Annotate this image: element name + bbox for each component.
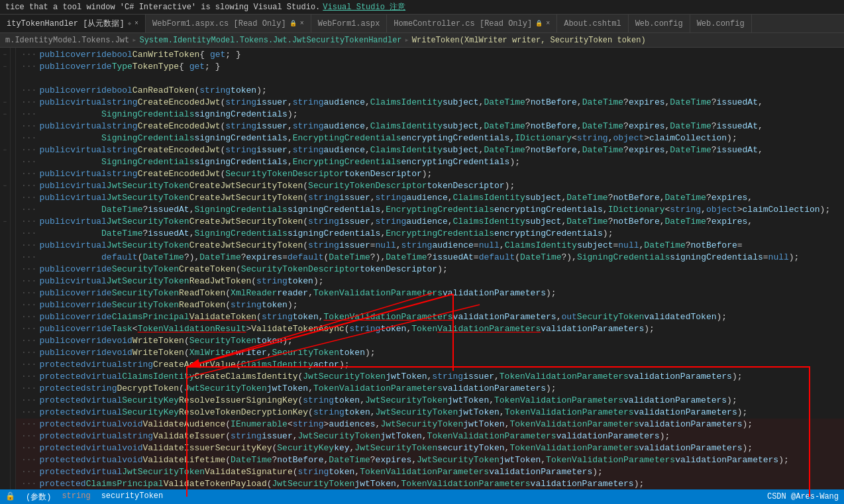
tab-label-5: About.cshtml — [564, 19, 621, 28]
code-line-9: ··· SigningCredentials signingCredential… — [16, 156, 844, 168]
code-line-5: ··· SigningCredentials signingCredential… — [16, 109, 844, 121]
code-line-18: ··· public override SecurityToken Create… — [16, 264, 844, 276]
tab-webconfig2[interactable]: Web.config — [690, 15, 752, 32]
code-line-15: ··· DateTime? issuedAt, SigningCredentia… — [16, 228, 844, 240]
expand-8[interactable] — [0, 156, 10, 180]
breadcrumb-namespace: m.IdentityModel.Tokens.Jwt — [5, 36, 129, 45]
status-bar: 🔒 (参数) string securityToken CSDN @Ares-W… — [0, 489, 844, 504]
expand-10[interactable] — [0, 192, 10, 216]
expand-9[interactable]: − — [0, 180, 10, 192]
tab-label-3: WebForm1.aspx — [318, 19, 380, 28]
status-attribution: CSDN @Ares-Wang — [767, 492, 839, 501]
code-line-25: ··· public override void WriteToken(XmlW… — [16, 347, 844, 359]
code-line-2: ··· public override Type TokenType { get… — [16, 61, 844, 73]
tab-icon: ◆ — [128, 20, 131, 27]
code-line-33: ··· protected virtual void ValidateIssue… — [16, 442, 844, 454]
code-content[interactable]: ··· public override bool CanWriteToken {… — [16, 48, 844, 504]
tab-active[interactable]: ityTokenHandler [从元数据] ◆ × — [0, 15, 146, 32]
code-line-12: ··· public virtual JwtSecurityToken Crea… — [16, 192, 844, 204]
code-line-35: ··· protected virtual JwtSecurityToken V… — [16, 466, 844, 478]
code-line-19: ··· public virtual JwtSecurityToken Read… — [16, 276, 844, 287]
breadcrumb: m.IdentityModel.Tokens.Jwt ▸ System.Iden… — [0, 33, 844, 48]
tab-label-2: WebForm1.aspx.cs [Read Only] — [152, 19, 286, 28]
code-line-21: ··· public override SecurityToken ReadTo… — [16, 299, 844, 311]
code-line-1: ··· public override bool CanWriteToken {… — [16, 49, 844, 61]
tab-webform-cs[interactable]: WebForm1.aspx.cs [Read Only] 🔒 × — [146, 15, 311, 32]
code-line-14: ··· public virtual JwtSecurityToken Crea… — [16, 216, 844, 228]
expand-1[interactable]: − — [0, 49, 10, 61]
code-line-22: ··· public override ClaimsPrincipal Vali… — [16, 311, 844, 323]
code-line-16: ··· public virtual JwtSecurityToken Crea… — [16, 240, 844, 252]
expand-6[interactable] — [0, 121, 10, 144]
code-line-11: ··· public virtual JwtSecurityToken Crea… — [16, 180, 844, 192]
tab-webform-aspx[interactable]: WebForm1.aspx — [311, 15, 388, 32]
tab-label-6: Web.config — [635, 19, 683, 28]
status-param: securityToken — [101, 491, 164, 503]
code-line-7: ··· SigningCredentials signingCredential… — [16, 132, 844, 144]
breadcrumb-method[interactable]: WriteToken(XmlWriter writer, SecurityTok… — [412, 36, 646, 45]
code-line-3: ··· public override bool CanReadToken(st… — [16, 85, 844, 97]
code-line-28: ··· protected string DecryptToken(JwtSec… — [16, 383, 844, 395]
tab-about[interactable]: About.cshtml — [557, 15, 628, 32]
status-context: (参数) — [26, 491, 51, 503]
tab-bar: ityTokenHandler [从元数据] ◆ × WebForm1.aspx… — [0, 15, 844, 33]
expand-3[interactable] — [0, 73, 10, 97]
code-line-31: ··· protected virtual void ValidateAudie… — [16, 419, 844, 430]
code-area: − − − − − − − ··· public override bool C… — [0, 48, 844, 504]
lock-icon: 🔒 — [290, 20, 297, 27]
code-line-17: ··· default(DateTime?), DateTime? expire… — [16, 252, 844, 264]
tab-webconfig1[interactable]: Web.config — [629, 15, 690, 32]
code-line-8: ··· public virtual string CreateEncodedJ… — [16, 144, 844, 156]
expand-icons: − − − − − − − — [0, 48, 11, 504]
tab-label: ityTokenHandler [从元数据] — [7, 18, 125, 29]
gutter-dots — [11, 48, 16, 504]
code-line-26: ··· protected virtual string CreateActor… — [16, 359, 844, 371]
code-line-29: ··· protected virtual SecurityKey Resolv… — [16, 395, 844, 407]
tab-label-7: Web.config — [697, 19, 745, 28]
expand-11[interactable]: − — [0, 216, 10, 228]
breadcrumb-class[interactable]: System.IdentityModel.Tokens.Jwt.JwtSecur… — [139, 36, 401, 45]
code-line-30: ··· protected virtual SecurityKey Resolv… — [16, 407, 844, 419]
status-left: 🔒 (参数) string securityToken — [5, 491, 163, 503]
close-icon-2[interactable]: × — [300, 20, 304, 27]
code-line-4: ··· public virtual string CreateEncodedJ… — [16, 97, 844, 109]
lock-icon-2: 🔒 — [535, 20, 543, 27]
close-icon-3[interactable]: × — [546, 20, 550, 27]
code-line-blank — [16, 73, 844, 85]
code-line-6: ··· public virtual string CreateEncodedJ… — [16, 121, 844, 132]
code-line-34: ··· protected virtual void ValidateLifet… — [16, 454, 844, 466]
expand-5[interactable]: − — [0, 109, 10, 121]
code-line-23: ··· public override Task<TokenValidation… — [16, 323, 844, 335]
code-line-32: ··· protected virtual string ValidateIss… — [16, 430, 844, 442]
status-lock-icon: 🔒 — [5, 491, 15, 503]
notice-link[interactable]: Visual Studio 注意 — [323, 1, 405, 13]
code-line-10: ··· public virtual string CreateEncodedJ… — [16, 168, 844, 180]
code-line-27: ··· protected virtual ClaimsIdentity Cre… — [16, 371, 844, 383]
code-line-20: ··· public override SecurityToken ReadTo… — [16, 287, 844, 299]
notice-bar: tice that a tool window 'C# Interactive'… — [0, 0, 844, 15]
expand-2[interactable]: − — [0, 61, 10, 73]
status-type: string — [62, 491, 90, 503]
status-right: CSDN @Ares-Wang — [767, 492, 839, 501]
tab-label-4: HomeController.cs [Read Only] — [394, 19, 532, 28]
code-line-13: ··· DateTime? issuedAt, SigningCredentia… — [16, 204, 844, 216]
expand-12[interactable] — [0, 228, 10, 252]
code-line-36: ··· protected ClaimsPrincipal ValidateTo… — [16, 478, 844, 490]
expand-4[interactable]: − — [0, 97, 10, 109]
notice-text: tice that a tool window 'C# Interactive'… — [5, 3, 320, 12]
tab-homecontroller[interactable]: HomeController.cs [Read Only] 🔒 × — [387, 15, 557, 32]
close-icon[interactable]: × — [134, 20, 138, 27]
code-line-24: ··· public override void WriteToken(Secu… — [16, 335, 844, 347]
expand-7[interactable]: − — [0, 144, 10, 156]
breadcrumb-sep1: ▸ — [132, 35, 136, 45]
breadcrumb-sep2: ▸ — [405, 35, 409, 45]
